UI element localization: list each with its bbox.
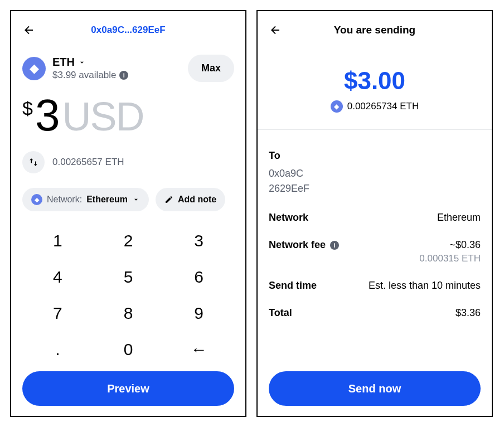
network-value: Ethereum — [437, 212, 481, 224]
right-header: You are sending — [269, 20, 481, 40]
send-now-button[interactable]: Send now — [269, 371, 481, 406]
info-icon[interactable]: i — [330, 241, 339, 250]
fee-label: Network fee i — [269, 239, 339, 251]
keypad-7[interactable]: 7 — [22, 295, 93, 332]
total-label: Total — [269, 307, 292, 319]
detail-row-network: Network Ethereum — [269, 204, 481, 231]
keypad-5[interactable]: 5 — [93, 259, 164, 295]
fee-value: ~$0.36 0.000315 ETH — [419, 239, 481, 264]
amount-value: 3 — [35, 93, 59, 138]
left-header: 0x0a9C...629EeF — [22, 20, 234, 40]
asset-selector[interactable]: ETH — [52, 56, 181, 69]
back-button[interactable] — [269, 23, 282, 37]
amount-dollar-sign: $ — [22, 98, 33, 119]
detail-row-fee: Network fee i ~$0.36 0.000315 ETH — [269, 231, 481, 272]
confirm-amount-block: $3.00 ◆ 0.00265734 ETH — [269, 67, 481, 113]
converted-amount: 0.00265657 ETH — [52, 157, 124, 168]
converted-row: 0.00265657 ETH — [22, 151, 234, 173]
amount-display: $ 3 USD — [22, 93, 234, 138]
keypad-backspace[interactable]: ← — [163, 332, 234, 368]
total-value: $3.36 — [455, 307, 481, 319]
keypad-0[interactable]: 0 — [93, 332, 164, 368]
swap-icon — [28, 157, 38, 167]
keypad-4[interactable]: 4 — [22, 259, 93, 295]
network-chip[interactable]: ◆ Network: Ethereum — [22, 188, 149, 211]
detail-row-to: To 0x0a9C 2629EeF — [269, 142, 481, 204]
arrow-left-icon — [269, 23, 282, 37]
eth-mini-icon: ◆ — [31, 194, 42, 205]
keypad-1[interactable]: 1 — [22, 222, 93, 259]
page-title: You are sending — [282, 24, 467, 36]
confirm-amount-usd: $3.00 — [269, 67, 481, 95]
swap-currency-button[interactable] — [22, 151, 45, 173]
keypad-9[interactable]: 9 — [163, 295, 234, 332]
send-amount-screen: 0x0a9C...629EeF ◆ ETH $3.99 available i … — [10, 10, 246, 417]
confirm-amount-eth: 0.00265734 ETH — [347, 101, 419, 112]
keypad-3[interactable]: 3 — [163, 222, 234, 259]
numeric-keypad: 1 2 3 4 5 6 7 8 9 . 0 ← — [22, 222, 234, 368]
back-button[interactable] — [22, 23, 36, 37]
pencil-icon — [164, 195, 173, 204]
detail-row-sendtime: Send time Est. less than 10 minutes — [269, 272, 481, 299]
amount-currency: USD — [62, 96, 143, 137]
network-label: Network — [269, 212, 308, 224]
available-balance: $3.99 available i — [52, 70, 181, 81]
chevron-down-icon — [132, 196, 140, 203]
confirm-amount-eth-row: ◆ 0.00265734 ETH — [269, 100, 481, 113]
keypad-6[interactable]: 6 — [163, 259, 234, 295]
keypad-8[interactable]: 8 — [93, 295, 164, 332]
destination-address[interactable]: 0x0a9C...629EeF — [36, 25, 221, 36]
eth-mini-icon: ◆ — [331, 100, 343, 113]
preview-button[interactable]: Preview — [22, 371, 234, 406]
to-address: 0x0a9C 2629EeF — [269, 166, 309, 196]
asset-symbol: ETH — [52, 56, 75, 69]
eth-glyph-icon: ◆ — [30, 61, 39, 76]
detail-list: To 0x0a9C 2629EeF Network Ethereum Netwo… — [269, 142, 481, 327]
arrow-left-icon — [22, 23, 36, 37]
sendtime-value: Est. less than 10 minutes — [369, 280, 481, 292]
eth-badge-icon: ◆ — [22, 57, 46, 80]
keypad-dot[interactable]: . — [22, 332, 93, 368]
send-confirm-screen: You are sending $3.00 ◆ 0.00265734 ETH T… — [256, 10, 493, 417]
info-icon[interactable]: i — [119, 71, 128, 80]
keypad-2[interactable]: 2 — [93, 222, 164, 259]
to-label: To — [269, 150, 280, 162]
max-button[interactable]: Max — [188, 55, 234, 82]
chips-row: ◆ Network: Ethereum Add note — [22, 188, 234, 211]
detail-row-total: Total $3.36 — [269, 299, 481, 327]
chevron-down-icon — [78, 59, 86, 66]
asset-selector-row: ◆ ETH $3.99 available i Max — [22, 55, 234, 82]
sendtime-label: Send time — [269, 280, 317, 292]
add-note-chip[interactable]: Add note — [156, 188, 225, 211]
divider — [258, 129, 492, 130]
